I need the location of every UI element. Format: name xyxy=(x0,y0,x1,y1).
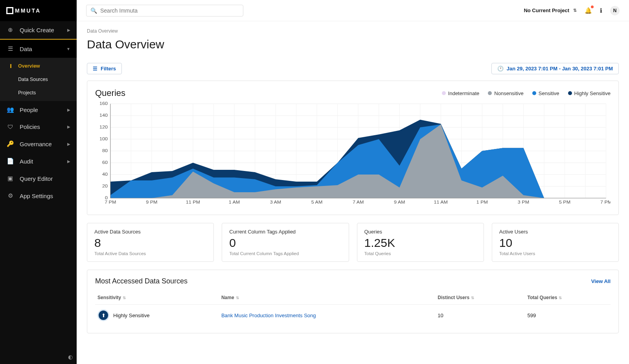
svg-text:11 AM: 11 AM xyxy=(434,200,448,204)
quick-create-label: Quick Create xyxy=(20,27,54,33)
date-range-selector[interactable]: 🕐 Jan 29, 2023 7:01 PM - Jan 30, 2023 7:… xyxy=(491,63,619,74)
stat-sublabel: Total Active Data Sources xyxy=(94,251,206,256)
user-avatar[interactable]: N xyxy=(610,6,620,15)
project-selector[interactable]: No Current Project ⇅ xyxy=(524,7,577,13)
legend-swatch xyxy=(568,91,572,95)
nav-people[interactable]: 👥People▶ xyxy=(0,101,77,118)
legend-item[interactable]: Nonsensitive xyxy=(488,90,523,96)
stat-label: Current Column Tags Applied xyxy=(229,229,341,235)
svg-text:20: 20 xyxy=(102,184,108,188)
chevron-right-icon: ▶ xyxy=(67,125,70,129)
legend-item[interactable]: Sensitive xyxy=(532,90,559,96)
logo-icon xyxy=(6,7,13,14)
svg-text:80: 80 xyxy=(102,148,108,153)
view-all-link[interactable]: View All xyxy=(591,278,611,284)
svg-text:7 PM: 7 PM xyxy=(105,200,116,204)
stat-card: Active Users10Total Active Users xyxy=(492,223,619,262)
stat-label: Queries xyxy=(364,229,476,235)
chevron-right-icon: ▶ xyxy=(67,108,70,112)
data-sources-table: Sensitivity⇅Name⇅Distinct Users⇅Total Qu… xyxy=(95,291,611,326)
chevron-right-icon: ▶ xyxy=(67,159,70,164)
stat-label: Active Users xyxy=(499,229,611,235)
legend-swatch xyxy=(442,91,446,95)
total-queries: 599 xyxy=(525,305,611,326)
help-icon: ℹ xyxy=(600,7,602,14)
legend-label: Indeterminate xyxy=(448,90,480,96)
stats-row: Active Data Sources8Total Active Data So… xyxy=(87,223,619,262)
svg-text:160: 160 xyxy=(99,101,108,106)
data-icon: ☰ xyxy=(6,45,14,52)
stat-card: Queries1.25KTotal Queries xyxy=(357,223,484,262)
legend-swatch xyxy=(488,91,492,95)
avatar-initial: N xyxy=(613,8,617,13)
sensitivity-icon: ⬆ xyxy=(97,309,109,321)
search-box[interactable]: 🔍 xyxy=(86,5,243,17)
help-button[interactable]: ℹ xyxy=(600,7,602,14)
svg-text:120: 120 xyxy=(99,125,108,129)
sort-icon: ⇅ xyxy=(559,296,562,300)
logo-text: MMUTA xyxy=(15,7,41,14)
legend-item[interactable]: Highly Sensitive xyxy=(568,90,611,96)
svg-text:1 PM: 1 PM xyxy=(476,200,488,204)
legend-label: Highly Sensitive xyxy=(574,90,611,96)
nav-icon: ▣ xyxy=(6,175,14,182)
stat-value: 8 xyxy=(94,236,206,250)
svg-text:3 AM: 3 AM xyxy=(270,200,281,204)
quick-create-button[interactable]: ⊕ Quick Create ▶ xyxy=(0,21,77,39)
svg-text:9 PM: 9 PM xyxy=(146,200,157,204)
nav-data[interactable]: ☰ Data ▼ xyxy=(0,39,77,58)
stat-value: 10 xyxy=(499,236,611,250)
sort-icon: ⇅ xyxy=(236,296,239,300)
table-header[interactable]: Total Queries⇅ xyxy=(525,291,611,305)
project-label: No Current Project xyxy=(524,7,569,13)
svg-text:100: 100 xyxy=(99,136,108,141)
svg-text:1 AM: 1 AM xyxy=(229,200,240,204)
legend-swatch xyxy=(532,91,536,95)
filters-label: Filters xyxy=(101,66,116,72)
sidebar-sub-projects[interactable]: Projects xyxy=(0,86,77,99)
queries-area-chart: 0204060801001201401607 PM9 PM11 PM1 AM3 … xyxy=(95,101,611,208)
breadcrumb[interactable]: Data Overview xyxy=(87,28,619,34)
stat-card: Current Column Tags Applied0Total Curren… xyxy=(222,223,349,262)
nav-icon: 🔑 xyxy=(6,140,14,147)
sidebar-collapse-button[interactable]: ◐ xyxy=(0,350,77,364)
sidebar-sub-overview[interactable]: Overview xyxy=(0,59,77,73)
page-title: Data Overview xyxy=(87,38,619,51)
notifications-button[interactable]: 🔔 xyxy=(585,7,592,14)
topbar: 🔍 No Current Project ⇅ 🔔 ℹ N xyxy=(77,0,629,21)
svg-text:11 PM: 11 PM xyxy=(186,200,200,204)
table-title: Most Accessed Data Sources xyxy=(95,277,188,285)
data-submenu: OverviewData SourcesProjects xyxy=(0,58,77,101)
nav-audit[interactable]: 📄Audit▶ xyxy=(0,153,77,170)
chevron-down-icon: ▼ xyxy=(66,47,70,51)
legend-item[interactable]: Indeterminate xyxy=(442,90,480,96)
table-header[interactable]: Sensitivity⇅ xyxy=(95,291,219,305)
nav-query-editor[interactable]: ▣Query Editor xyxy=(0,170,77,187)
notification-dot xyxy=(591,6,594,8)
nav-icon: ⚙ xyxy=(6,192,14,199)
stat-value: 1.25K xyxy=(364,236,476,250)
svg-text:3 PM: 3 PM xyxy=(518,200,529,204)
most-accessed-card: Most Accessed Data Sources View All Sens… xyxy=(87,270,619,333)
svg-text:5 PM: 5 PM xyxy=(559,200,570,204)
svg-text:9 AM: 9 AM xyxy=(394,200,405,204)
svg-text:40: 40 xyxy=(102,172,108,176)
stat-sublabel: Total Current Column Tags Applied xyxy=(229,251,341,256)
search-input[interactable] xyxy=(100,7,239,14)
filters-button[interactable]: ☰ Filters xyxy=(87,63,122,74)
sidebar-sub-data-sources[interactable]: Data Sources xyxy=(0,73,77,86)
sort-icon: ⇅ xyxy=(471,296,474,300)
sort-icon: ⇅ xyxy=(123,296,126,300)
logo[interactable]: MMUTA xyxy=(0,0,77,21)
nav-app-settings[interactable]: ⚙App Settings xyxy=(0,187,77,204)
stat-label: Active Data Sources xyxy=(94,229,206,235)
table-header[interactable]: Distinct Users⇅ xyxy=(435,291,525,305)
nav-label: Governance xyxy=(20,141,52,147)
table-row[interactable]: ⬆Highly SensitiveBank Music Production I… xyxy=(95,305,611,326)
nav-governance[interactable]: 🔑Governance▶ xyxy=(0,135,77,153)
chevron-right-icon: ▶ xyxy=(67,28,70,32)
data-source-name[interactable]: Bank Music Production Investments Song xyxy=(219,305,435,326)
table-header[interactable]: Name⇅ xyxy=(219,291,435,305)
nav-policies[interactable]: 🛡Policies▶ xyxy=(0,118,77,135)
nav-label: Audit xyxy=(20,158,33,165)
